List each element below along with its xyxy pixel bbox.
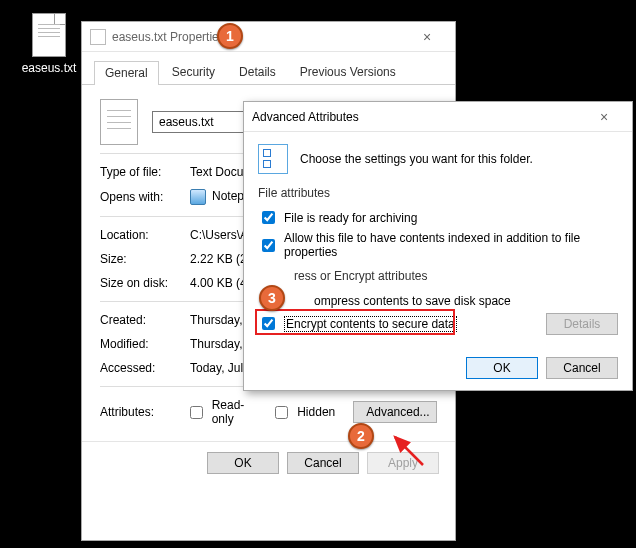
label-opens-with: Opens with: bbox=[100, 190, 190, 204]
cancel-button[interactable]: Cancel bbox=[287, 452, 359, 474]
annotation-badge-1: 1 bbox=[217, 23, 243, 49]
checkbox-read-only[interactable]: Read-only bbox=[186, 398, 260, 426]
advanced-ok-button[interactable]: OK bbox=[466, 357, 538, 379]
attributes-icon bbox=[258, 144, 288, 174]
advanced-title: Advanced Attributes bbox=[252, 110, 584, 124]
properties-title: easeus.txt Properties bbox=[112, 30, 407, 44]
advanced-attributes-dialog: Advanced Attributes × Choose the setting… bbox=[243, 101, 633, 391]
desktop-file-txt[interactable]: easeus.txt bbox=[17, 13, 81, 75]
properties-titlebar[interactable]: easeus.txt Properties × bbox=[82, 22, 455, 52]
details-button[interactable]: Details bbox=[546, 313, 618, 335]
advanced-cancel-button[interactable]: Cancel bbox=[546, 357, 618, 379]
checkbox-index[interactable]: Allow this file to have contents indexed… bbox=[258, 229, 618, 261]
file-type-icon bbox=[100, 99, 138, 145]
advanced-button[interactable]: Advanced... bbox=[353, 401, 437, 423]
group-file-attributes: File attributes bbox=[258, 186, 618, 200]
tab-security[interactable]: Security bbox=[161, 60, 226, 84]
label-size-on-disk: Size on disk: bbox=[100, 276, 190, 290]
text-file-icon bbox=[32, 13, 66, 57]
label-location: Location: bbox=[100, 228, 190, 242]
checkbox-encrypt[interactable]: Encrypt contents to secure data bbox=[258, 312, 457, 335]
properties-tabs: General Security Details Previous Versio… bbox=[82, 52, 455, 85]
label-attributes: Attributes: bbox=[100, 405, 186, 419]
label-modified: Modified: bbox=[100, 337, 190, 351]
checkbox-archive[interactable]: File is ready for archiving bbox=[258, 206, 618, 229]
advanced-titlebar[interactable]: Advanced Attributes × bbox=[244, 102, 632, 132]
label-type: Type of file: bbox=[100, 165, 190, 179]
close-icon[interactable]: × bbox=[407, 28, 447, 46]
tab-previous-versions[interactable]: Previous Versions bbox=[289, 60, 407, 84]
tab-general[interactable]: General bbox=[94, 61, 159, 85]
apply-button[interactable]: Apply bbox=[367, 452, 439, 474]
advanced-prompt: Choose the settings you want for this fo… bbox=[300, 152, 533, 166]
label-accessed: Accessed: bbox=[100, 361, 190, 375]
titlebar-file-icon bbox=[90, 29, 106, 45]
close-icon[interactable]: × bbox=[584, 108, 624, 126]
notepad-icon bbox=[190, 189, 206, 205]
desktop-file-label: easeus.txt bbox=[17, 61, 81, 75]
annotation-badge-3: 3 bbox=[259, 285, 285, 311]
annotation-badge-2: 2 bbox=[348, 423, 374, 449]
label-size: Size: bbox=[100, 252, 190, 266]
ok-button[interactable]: OK bbox=[207, 452, 279, 474]
group-compress-encrypt: ress or Encrypt attributes bbox=[258, 269, 618, 283]
checkbox-compress[interactable]: ompress contents to save disk space bbox=[258, 289, 618, 312]
checkbox-hidden[interactable]: Hidden bbox=[271, 403, 335, 422]
tab-details[interactable]: Details bbox=[228, 60, 287, 84]
label-created: Created: bbox=[100, 313, 190, 327]
